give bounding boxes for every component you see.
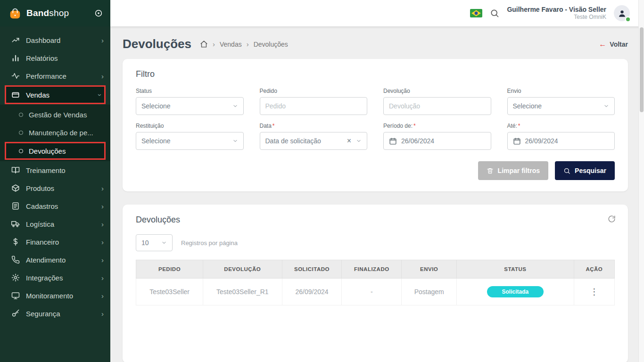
field-label: Devolução (383, 88, 491, 94)
chevron-right-icon: › (101, 238, 104, 246)
pedido-input[interactable] (260, 97, 368, 115)
pagesize-row: 10 Registros por página (136, 234, 615, 251)
envio-select[interactable]: Selecione (507, 97, 615, 115)
main-area: Guilherme Favaro - Visão Seller Teste Om… (110, 0, 644, 362)
row-actions-menu-icon[interactable]: ⋮ (590, 287, 598, 296)
sidebar-item-vendas[interactable]: Vendas › (5, 85, 106, 104)
window-scrollbar[interactable] (638, 0, 644, 362)
select-value: 10 (141, 239, 149, 247)
vendas-submenu: Gestão de Vendas Manutenção de pe... Dev… (0, 105, 110, 161)
chevron-right-icon: › (101, 220, 104, 228)
clear-icon[interactable]: × (347, 137, 351, 145)
sidebar-item-produtos[interactable]: Produtos › (0, 179, 110, 197)
cell-envio: Postagem (402, 279, 457, 305)
sidebar-collapse-icon[interactable] (94, 9, 103, 17)
sidebar-item-label: Logística (26, 220, 54, 228)
column-header: SOLICITADO (282, 260, 342, 279)
restituicao-select[interactable]: Selecione (136, 132, 244, 150)
monitor-icon (11, 291, 20, 300)
sidebar-item-logistica[interactable]: Logística › (0, 215, 110, 233)
refresh-icon[interactable] (608, 215, 616, 223)
sidebar-item-dashboard[interactable]: Dashboard › (0, 31, 110, 49)
chevron-down-icon (232, 103, 238, 109)
sidebar-item-label: Atendimento (26, 256, 66, 264)
brand-light: shop (49, 8, 69, 18)
filter-field-status: Status Selecione (136, 88, 244, 115)
sidebar-item-label: Gestão de Vendas (29, 111, 87, 119)
bandshop-logo-icon (8, 7, 22, 20)
search-icon[interactable] (490, 8, 499, 18)
periodo-date-input[interactable]: 26/06/2024 (383, 132, 491, 150)
brazil-flag-icon[interactable] (470, 9, 482, 17)
results-table: PEDIDO DEVOLUÇÃO SOLICITADO FINALIZADO E… (136, 260, 615, 305)
chevron-right-icon: › (101, 256, 104, 264)
radio-bullet-icon (19, 149, 23, 153)
home-icon[interactable] (200, 40, 208, 48)
sidebar-item-seguranca[interactable]: Segurança › (0, 304, 110, 322)
field-label: Status (136, 88, 244, 94)
column-header: FINALIZADO (342, 260, 402, 279)
trash-icon (487, 167, 494, 174)
results-title: Devoluções (136, 215, 615, 225)
sidebar-item-treinamento[interactable]: Treinamento (0, 161, 110, 179)
clear-filters-button[interactable]: Limpar filtros (478, 161, 548, 180)
breadcrumb-item-devolucoes: Devoluções (254, 41, 288, 48)
cell-solicitado: 26/09/2024 (282, 279, 342, 305)
column-header: DEVOLUÇÃO (203, 260, 282, 279)
column-header: ENVIO (402, 260, 457, 279)
filter-field-devolucao: Devolução (383, 88, 491, 115)
field-label: Pedido (260, 88, 368, 94)
table-row: Teste03Seller Teste03Seller_R1 26/09/202… (136, 279, 615, 305)
filter-field-periodo-de: Período de:* 26/06/2024 (383, 123, 491, 150)
date-value: 26/06/2024 (401, 137, 434, 145)
cell-pedido: Teste03Seller (136, 279, 203, 305)
user-organization: Teste OmniK (507, 14, 606, 21)
filter-buttons: Limpar filtros Pesquisar (136, 161, 615, 180)
user-menu[interactable]: Guilherme Favaro - Visão Seller Teste Om… (507, 6, 606, 21)
phone-icon (11, 255, 20, 264)
scrollbar-thumb[interactable] (640, 27, 644, 112)
sidebar-item-integracoes[interactable]: Integrações › (0, 269, 110, 287)
filter-grid: Status Selecione Pedido Devolução (136, 88, 615, 150)
person-icon (618, 9, 627, 18)
breadcrumb-item-vendas[interactable]: Vendas (220, 41, 242, 48)
data-select[interactable]: Data de solicitação × (260, 132, 368, 150)
select-value: Data de solicitação (265, 137, 321, 145)
clipboard-icon (11, 202, 20, 210)
avatar[interactable] (614, 5, 630, 21)
truck-icon (11, 220, 20, 228)
sidebar-subitem-manutencao[interactable]: Manutenção de pe... (0, 123, 110, 141)
page-size-select[interactable]: 10 (136, 234, 173, 251)
sidebar-nav: Dashboard › Relatórios Performance › Ven… (0, 26, 110, 322)
filter-field-restituicao: Restituição Selecione (136, 123, 244, 150)
select-value: Selecione (141, 137, 171, 145)
chevron-down-icon (603, 103, 609, 109)
page-header: Devoluções › Vendas › Devoluções ← Volta… (123, 37, 628, 51)
sidebar-item-label: Relatórios (26, 54, 58, 62)
sidebar-item-label: Integrações (26, 274, 63, 282)
sidebar-item-monitoramento[interactable]: Monitoramento › (0, 287, 110, 304)
cell-acao: ⋮ (574, 279, 614, 305)
column-header: STATUS (457, 260, 574, 279)
back-button[interactable]: ← Voltar (599, 40, 628, 49)
sidebar-subitem-devolucoes[interactable]: Devoluções (5, 142, 106, 160)
sidebar-item-atendimento[interactable]: Atendimento › (0, 251, 110, 269)
sidebar-item-financeiro[interactable]: Financeiro › (0, 233, 110, 251)
search-button[interactable]: Pesquisar (555, 161, 615, 180)
calendar-icon (513, 137, 521, 145)
book-icon (11, 166, 20, 174)
sidebar-item-performance[interactable]: Performance › (0, 67, 110, 85)
sidebar-item-relatorios[interactable]: Relatórios (0, 49, 110, 67)
sidebar-item-cadastros[interactable]: Cadastros › (0, 197, 110, 215)
chevron-down-icon (161, 240, 167, 246)
page-size-label: Registros por página (181, 239, 238, 247)
sidebar-item-label: Financeiro (26, 238, 59, 246)
status-select[interactable]: Selecione (136, 97, 244, 115)
ate-date-input[interactable]: 26/09/2024 (507, 132, 615, 150)
key-icon (11, 309, 20, 318)
sidebar-logo-row: Bandshop (0, 0, 110, 26)
wallet-icon (11, 90, 20, 99)
sidebar-subitem-gestao-de-vendas[interactable]: Gestão de Vendas (0, 106, 110, 123)
field-label: Restituição (136, 123, 244, 129)
devolucao-input[interactable] (383, 97, 491, 115)
